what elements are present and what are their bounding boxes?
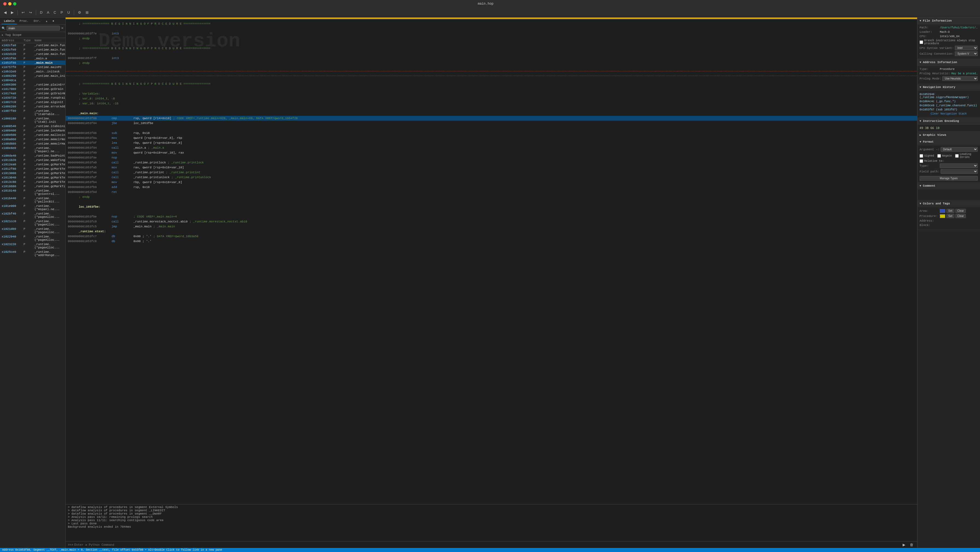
undo-button[interactable]: ↩ xyxy=(20,10,26,15)
code-line[interactable]: 0000000001053f8f lea rbp, qword [rsp+0x1… xyxy=(65,140,917,145)
a-button[interactable]: A xyxy=(45,10,51,15)
table-row[interactable]: x1011b20 P _runtime.Wakefing xyxy=(0,158,65,162)
nav-history-section-header[interactable]: ▼ Navigation History xyxy=(917,84,980,91)
nav-entry[interactable]: 0x1053f67 (sub 1053f67) xyxy=(920,108,978,112)
code-line[interactable]: 0000000001053fb4 mov rbp, qword [rsp+0x1… xyxy=(65,180,917,185)
relative-checkbox[interactable] xyxy=(920,159,923,163)
layout-button[interactable]: ⊞ xyxy=(84,10,90,15)
table-row[interactable]: x1008540 P _runtime.itabsinit xyxy=(0,124,65,128)
tab-labels[interactable]: Labels xyxy=(2,19,17,24)
table-row[interactable]: x1023220 P _runtime.(*pageAlloc... xyxy=(0,242,65,250)
table-row[interactable]: x1021cc0 P _runtime.(*pageAlloc... xyxy=(0,219,65,227)
table-row[interactable]: x1053f80 P _main.main xyxy=(0,61,65,65)
code-line[interactable]: ; =============== B E G I N N I N G O F … xyxy=(65,21,917,26)
code-line[interactable]: _main.main: xyxy=(65,111,917,116)
d-button[interactable]: D xyxy=(38,10,44,15)
table-row[interactable]: x100da40 P _runtime.badPointer xyxy=(0,154,65,158)
table-row[interactable]: x10027c0 P _runtime.alginit xyxy=(0,100,65,105)
code-line[interactable]: 0000000001053f7f int3 xyxy=(65,56,917,61)
maximize-button[interactable] xyxy=(13,2,16,5)
manage-types-button[interactable]: Manage Types xyxy=(920,176,978,181)
code-line[interactable]: 0000000001053fc0 call _runtime.morestack… xyxy=(65,219,917,224)
code-line[interactable]: ; endp xyxy=(65,36,917,41)
table-row[interactable]: x1013c80 P _runtime.gcMarkTerm... xyxy=(0,180,65,184)
code-line[interactable]: loc_1053fbe: xyxy=(65,205,917,209)
signed-checkbox[interactable] xyxy=(920,154,923,158)
table-row[interactable]: x102cfa0 P _runtime.main.func1 xyxy=(0,43,65,48)
table-row[interactable]: x1018680 P _runtime.gcMarkTinyA... xyxy=(0,184,65,189)
table-row[interactable]: x100e8e0 P _runtime.(*mspan).ne... xyxy=(0,146,65,154)
table-row[interactable]: x1012f80 P _runtime.gcMarkTerm... xyxy=(0,167,65,171)
table-row[interactable]: x1013040 P _runtime.gcMarkTerm... xyxy=(0,175,65,180)
file-info-section-header[interactable]: ▼ File Information xyxy=(917,17,980,24)
address-info-section-header[interactable]: ▼ Address Information xyxy=(917,59,980,66)
table-row[interactable]: x1009400 P _runtime.lockRank.St... xyxy=(0,128,65,133)
graphic-views-section-header[interactable]: ▶ Graphic Views xyxy=(917,132,980,138)
format-section-header[interactable]: ▼ Format xyxy=(917,138,980,145)
table-row[interactable]: x1019140 P _runtime.(*gcControl... xyxy=(0,189,65,196)
nav-entry[interactable]: 0x1064c4c (_go.func.*) xyxy=(920,100,978,103)
code-line[interactable] xyxy=(65,76,917,81)
procedure-clear-button[interactable]: Clear xyxy=(955,214,966,218)
code-line[interactable]: 0000000001053f84 jbe loc_1053fbe xyxy=(65,121,917,126)
settings-button[interactable]: ⚙ xyxy=(76,10,83,15)
code-line[interactable]: 0000000001053f7e int3 xyxy=(65,31,917,36)
close-button[interactable] xyxy=(3,2,6,5)
table-row[interactable]: x101b440 P _runtime.(*pallocBit... xyxy=(0,196,65,204)
forward-button[interactable]: ▶ xyxy=(9,10,15,15)
table-row[interactable]: x1009500 P _runtime.mallocinit xyxy=(0,133,65,137)
branch-checkbox[interactable] xyxy=(920,40,923,44)
table-row[interactable]: x1013000 P _runtime.gcMarkTerm... xyxy=(0,171,65,175)
code-line[interactable]: 0000000001053fb9 add rsp, 0x18 xyxy=(65,185,917,190)
code-line[interactable]: ; endp xyxy=(65,61,917,66)
table-row[interactable]: x1021d80 P _runtime.(*pageAlloc... xyxy=(0,227,65,235)
code-line[interactable]: 0000000001053f86 sub rsp, 0x18 xyxy=(65,131,917,136)
code-line[interactable]: ; var_10: int64_t, -16 xyxy=(65,101,917,106)
cpu-syntax-select[interactable]: Intel xyxy=(955,46,978,50)
argument-select[interactable]: Default xyxy=(940,147,978,152)
code-line[interactable]: ; Variables: xyxy=(65,91,917,96)
code-line[interactable]: 0000000001053fbe nop ; CODE XREF=_main.m… xyxy=(65,214,917,219)
code-line[interactable]: 0000000001053f99 mov qword [rsp+0x18+var… xyxy=(65,150,917,155)
code-line[interactable]: 0000000001053fc7 db 0x00 ; '.' ; DATA XR… xyxy=(65,234,917,239)
code-line[interactable] xyxy=(65,209,917,214)
calling-conv-select[interactable]: System V xyxy=(955,51,978,56)
table-row[interactable]: x1006300 P _runtime.plainError... xyxy=(0,82,65,87)
minimize-button[interactable] xyxy=(8,2,11,5)
table-row[interactable]: x1025ce0 P _runtime.(*addrRange... xyxy=(0,250,65,257)
area-clear-button[interactable]: Clear xyxy=(955,209,966,213)
table-row[interactable]: x100a060 P _runtime.memclrNoHea... xyxy=(0,137,65,141)
table-row[interactable]: x10b32e0 P _main..initask xyxy=(0,70,65,74)
table-row[interactable]: x101e900 P _runtime.(*mspan).ne... xyxy=(0,204,65,211)
table-row[interactable]: x1007f80 P _runtime.(*itabTable... xyxy=(0,109,65,116)
code-line[interactable]: 0000000001053fc8 db 0x00 ; '.' xyxy=(65,239,917,244)
code-line[interactable]: 0000000001053f9e nop xyxy=(65,155,917,160)
table-row[interactable]: x1012ea0 P _runtime.gcMarkTerm... xyxy=(0,162,65,167)
nav-entry[interactable]: 0x1052940 (_runtime.sigprofNonGoWrapper) xyxy=(920,92,978,100)
code-line[interactable] xyxy=(65,106,917,111)
table-row[interactable]: x1022940 P _runtime.(*pageAlloc... xyxy=(0,235,65,242)
table-row[interactable]: x1053f60 P _main.a xyxy=(0,56,65,61)
u-button[interactable]: U xyxy=(65,10,72,15)
code-line[interactable]: ; =============== B E G I N N I N G O F … xyxy=(65,81,917,86)
table-row[interactable]: x1017080 P _runtime.gcDrain xyxy=(0,87,65,91)
tag-scope[interactable]: ▸ Tag Scope xyxy=(0,32,65,38)
search-clear-button[interactable]: ✕ xyxy=(61,26,64,30)
code-line[interactable]: ; =============== B E G I N N I N G O F … xyxy=(65,46,917,51)
code-line[interactable] xyxy=(65,71,917,76)
procedure-set-button[interactable]: Set xyxy=(947,214,954,218)
procedure-color-swatch[interactable] xyxy=(940,214,945,218)
table-row[interactable]: x102cfe0 P _runtime.main.func2 xyxy=(0,48,65,52)
tab-bookmark[interactable]: ★ xyxy=(43,19,50,24)
code-line[interactable]: 0000000001053fc5 jmp _main.main ; _main.… xyxy=(65,224,917,229)
colors-tags-section-header[interactable]: ▼ Colors and Tags xyxy=(917,200,980,207)
code-line[interactable] xyxy=(65,41,917,46)
table-row[interactable]: x1006280 P _runtime.errorAddres... xyxy=(0,105,65,109)
nav-entry[interactable]: 0x1003ce0 (_runtime.chansend.func1) xyxy=(920,103,978,108)
back-button[interactable]: ◀ xyxy=(2,10,8,15)
clear-nav-button[interactable]: Clear Navigation Stack xyxy=(920,112,978,116)
table-row[interactable]: x1004dca P xyxy=(0,78,65,82)
code-line[interactable]: 0000000001053fbd ret xyxy=(65,190,917,195)
code-line[interactable] xyxy=(65,126,917,131)
code-line[interactable]: 0000000001053f94 call _main.a ; _main.a xyxy=(65,145,917,150)
